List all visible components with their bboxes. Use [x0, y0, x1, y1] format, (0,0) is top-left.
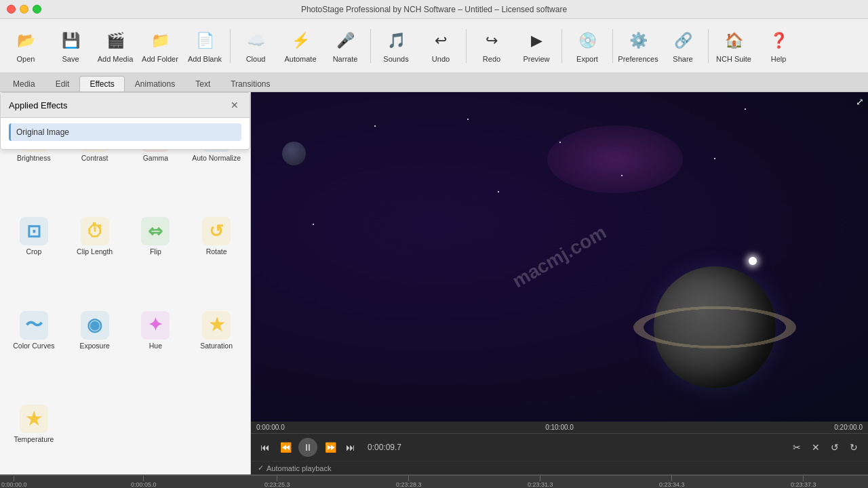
tab-text[interactable]: Text: [185, 76, 220, 92]
effect-hue[interactable]: ✦Hue: [127, 285, 184, 375]
toolbar-preferences-button[interactable]: ⚙️Preferences: [616, 22, 660, 70]
open-label: Open: [17, 55, 35, 63]
fast-forward-button[interactable]: ↻: [846, 440, 861, 455]
nch-suite-label: NCH Suite: [716, 55, 751, 63]
ruler-mark: 0:23:37.3: [791, 476, 816, 488]
step-forward-button[interactable]: ⏩: [323, 440, 338, 455]
ruler-mark: 0:23:34.3: [659, 476, 685, 488]
toolbar-separator: [612, 29, 613, 63]
sounds-label: Sounds: [383, 55, 408, 63]
toolbar-separator: [230, 29, 231, 63]
ruler-mark: 0:23:28.3: [396, 476, 422, 488]
applied-effects-dialog: Applied Effects ✕ Original Image: [0, 92, 250, 150]
toolbar-separator: [708, 29, 709, 63]
color-curves-label: Color Curves: [13, 342, 54, 350]
tab-transitions[interactable]: Transitions: [220, 76, 280, 92]
effect-color-curves[interactable]: 〜Color Curves: [5, 285, 62, 375]
toolbar-automate-button[interactable]: ⚡Automate: [279, 22, 322, 70]
effect-saturation[interactable]: ★Saturation: [188, 285, 245, 375]
rewind-button[interactable]: ↺: [827, 440, 842, 455]
toolbar-export-button[interactable]: 💿Export: [566, 22, 609, 70]
toolbar-cloud-button[interactable]: ☁️Cloud: [234, 22, 277, 70]
star-decoration: [374, 125, 376, 127]
preferences-icon: ⚙️: [626, 28, 650, 53]
play-pause-button[interactable]: ⏸: [298, 438, 317, 457]
effect-temperature[interactable]: ★Temperature: [5, 380, 62, 470]
timecode-start: 0:00:00.0: [256, 424, 285, 431]
toolbar-separator: [561, 29, 562, 63]
temperature-label: Temperature: [14, 435, 54, 443]
ruler-mark: 0:00:00.0: [1, 476, 27, 488]
rotate-label: Rotate: [206, 247, 227, 256]
preview-label: Preview: [523, 55, 549, 63]
toolbar-help-button[interactable]: ❓Help: [757, 22, 800, 70]
toolbar-undo-button[interactable]: ↩Undo: [419, 22, 462, 70]
narrate-label: Narrate: [333, 55, 358, 63]
glow-highlight: [749, 257, 757, 265]
toolbar-add-folder-button[interactable]: 📁Add Folder: [138, 22, 182, 70]
main-content: Applied Effects ✕ Original Image ☀Bright…: [0, 92, 868, 474]
star-decoration: [745, 108, 746, 110]
effect-exposure[interactable]: ◉Exposure: [66, 285, 123, 375]
toolbar-save-button[interactable]: 💾Save: [49, 22, 92, 70]
gamma-label: Gamma: [143, 154, 168, 162]
effect-flip[interactable]: ⇔Flip: [127, 192, 184, 282]
hue-label: Hue: [149, 342, 162, 350]
narrate-icon: 🎤: [333, 28, 357, 53]
toolbar-sounds-button[interactable]: 🎵Sounds: [374, 22, 418, 70]
effect-rotate[interactable]: ↺Rotate: [188, 192, 245, 282]
exposure-icon: ◉: [81, 311, 109, 340]
current-timecode: 0:00:09.7: [368, 443, 401, 452]
undo-icon: ↩: [429, 28, 453, 53]
preferences-label: Preferences: [618, 55, 658, 63]
applied-effect-item[interactable]: Original Image: [9, 123, 241, 141]
cut-button[interactable]: ✂: [789, 440, 804, 455]
toolbar-redo-button[interactable]: ↪Redo: [470, 22, 513, 70]
skip-to-end-button[interactable]: ⏭: [343, 440, 358, 455]
close-button[interactable]: [7, 5, 16, 14]
flip-label: Flip: [150, 247, 161, 256]
toolbar-add-media-button[interactable]: 🎬Add Media: [94, 22, 137, 70]
tab-edit[interactable]: Edit: [45, 76, 80, 92]
tab-media[interactable]: Media: [3, 76, 45, 92]
expand-preview-button[interactable]: ⤢: [856, 96, 864, 107]
toolbar-share-button[interactable]: 🔗Share: [661, 22, 705, 70]
traffic-lights: [7, 5, 41, 14]
applied-effects-content: Original Image: [1, 118, 250, 149]
star-decoration: [559, 142, 561, 143]
timecode-end: 0:20:00.0: [834, 424, 863, 431]
ruler-mark: 0:00:05.0: [131, 476, 157, 488]
window-title: PhotoStage Professional by NCH Software …: [301, 5, 567, 14]
timeline-ruler: 0:00:00.00:00:05.00:23:25.30:23:28.30:23…: [0, 476, 868, 488]
preview-controls: ⏮ ⏪ ⏸ ⏩ ⏭ 0:00:09.7 ✂ ✕ ↺ ↻: [251, 433, 868, 461]
titlebar: PhotoStage Professional by NCH Software …: [0, 0, 868, 19]
toolbar-open-button[interactable]: 📂Open: [4, 22, 47, 70]
toolbar-narrate-button[interactable]: 🎤Narrate: [323, 22, 367, 70]
star-decoration: [313, 224, 314, 225]
star-decoration: [498, 191, 499, 192]
maximize-button[interactable]: [33, 5, 41, 14]
applied-effects-close-button[interactable]: ✕: [228, 98, 241, 112]
preview-video: macmj.com ⤢: [251, 92, 868, 422]
effect-clip-length[interactable]: ⏱Clip Length: [66, 192, 123, 282]
control-icons-right: ✂ ✕ ↺ ↻: [789, 440, 861, 455]
toolbar-preview-button[interactable]: ▶Preview: [515, 22, 558, 70]
tab-effects[interactable]: Effects: [79, 76, 124, 92]
delete-button[interactable]: ✕: [808, 440, 823, 455]
clip-length-label: Clip Length: [77, 247, 113, 256]
toolbar-add-blank-button[interactable]: 📄Add Blank: [183, 22, 226, 70]
minimize-button[interactable]: [20, 5, 28, 14]
add-blank-icon: 📄: [193, 28, 217, 53]
cloud-label: Cloud: [246, 55, 266, 63]
ruler-mark: 0:23:31.3: [528, 476, 553, 488]
color-curves-icon: 〜: [20, 311, 48, 340]
skip-to-start-button[interactable]: ⏮: [258, 440, 273, 455]
autoplay-checkbox-row: ✓ Automatic playback: [258, 464, 331, 472]
step-back-button[interactable]: ⏪: [278, 440, 293, 455]
temperature-icon: ★: [20, 405, 48, 433]
planet-small: [282, 142, 306, 165]
toolbar-nch-suite-button[interactable]: 🏠NCH Suite: [712, 22, 755, 70]
flip-icon: ⇔: [141, 217, 170, 245]
effect-crop[interactable]: ⊡Crop: [5, 192, 62, 282]
tab-animations[interactable]: Animations: [125, 76, 185, 92]
